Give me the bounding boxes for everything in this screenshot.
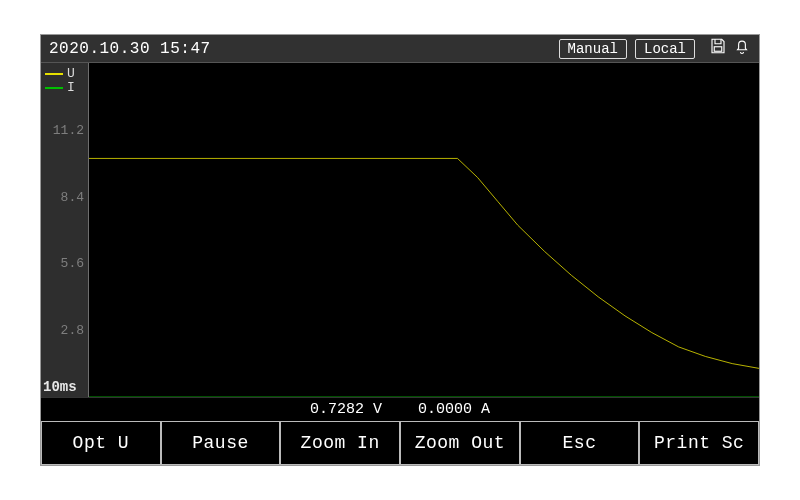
y-tick-label: 5.6	[61, 256, 84, 271]
softkey-row: Opt UPauseZoom InZoom OutEscPrint Sc	[41, 421, 759, 465]
y-tick-label: 11.2	[53, 122, 84, 137]
legend-swatch	[45, 87, 63, 89]
softkey-pause[interactable]: Pause	[161, 421, 281, 465]
status-bar: 0.7282 V 0.0000 A	[41, 397, 759, 421]
legend-item: I	[45, 81, 75, 95]
legend-label: U	[67, 67, 75, 81]
softkey-opt-u[interactable]: Opt U	[41, 421, 161, 465]
waveform-plot[interactable]	[89, 63, 759, 397]
softkey-zoom-in[interactable]: Zoom In	[280, 421, 400, 465]
svg-rect-0	[714, 47, 722, 52]
legend-item: U	[45, 67, 75, 81]
softkey-zoom-out[interactable]: Zoom Out	[400, 421, 520, 465]
voltage-readout: 0.7282 V	[310, 401, 382, 418]
bell-icon[interactable]	[733, 37, 751, 60]
manual-indicator[interactable]: Manual	[559, 39, 627, 59]
save-icon[interactable]	[709, 37, 727, 60]
local-indicator[interactable]: Local	[635, 39, 695, 59]
y-tick-label: 2.8	[61, 323, 84, 338]
timebase-label: 10ms	[43, 379, 77, 395]
legend-swatch	[45, 73, 63, 75]
softkey-print-sc[interactable]: Print Sc	[639, 421, 759, 465]
y-tick-label: 8.4	[61, 189, 84, 204]
instrument-screen: 2020.10.30 15:47 Manual Local UI 11.28.4…	[40, 34, 760, 466]
softkey-esc[interactable]: Esc	[520, 421, 640, 465]
trace-legend: UI	[45, 67, 75, 95]
legend-label: I	[67, 81, 75, 95]
datetime-label: 2020.10.30 15:47	[49, 40, 211, 58]
plot-region: UI 11.28.45.62.8 10ms	[41, 63, 759, 397]
trace-u	[89, 158, 759, 368]
header-bar: 2020.10.30 15:47 Manual Local	[41, 35, 759, 63]
current-readout: 0.0000 A	[418, 401, 490, 418]
y-axis-panel: UI 11.28.45.62.8 10ms	[41, 63, 89, 397]
